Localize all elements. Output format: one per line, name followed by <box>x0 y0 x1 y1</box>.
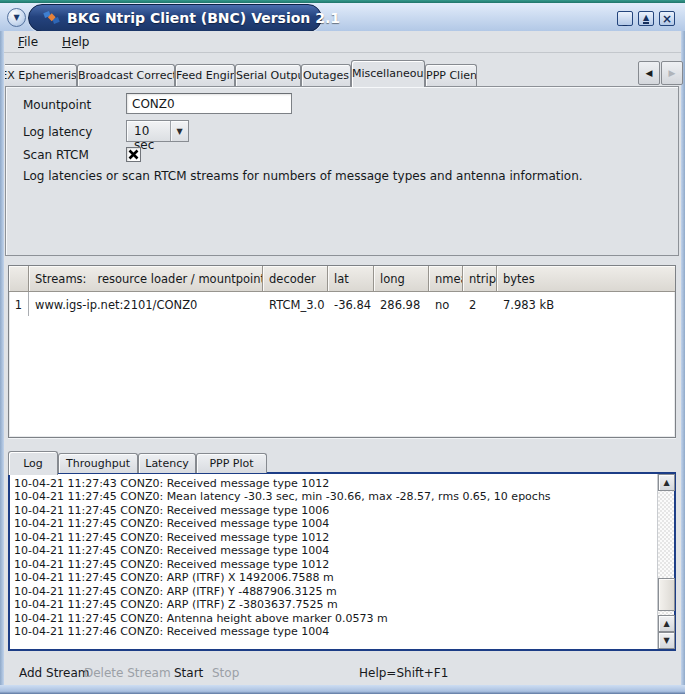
log-line: 10-04-21 11:27:45 CONZ0: ARP (ITRF) X 14… <box>14 571 652 584</box>
miscellaneous-description: Log latencies or scan RTCM streams for n… <box>23 169 663 183</box>
window-title: BKG Ntrip Client (BNC) Version 2.1 <box>67 10 340 26</box>
miscellaneous-panel: Mountpoint Log latency 10 sec ▼ Scan RTC… <box>5 86 679 256</box>
log-output[interactable]: 10-04-21 11:27:43 CONZ0: Received messag… <box>8 472 676 651</box>
cell-mountpoint[interactable]: www.igs-ip.net:2101/CONZ0 <box>29 292 263 316</box>
log-line: 10-04-21 11:27:45 CONZ0: Received messag… <box>14 531 652 544</box>
window-frame-right <box>681 30 685 694</box>
caption-buttons: _ ▲ × <box>617 11 675 26</box>
app-icon <box>43 10 60 26</box>
header-ntrip: ntrip <box>463 266 497 292</box>
scroll-up-button-bottom[interactable]: ▲ <box>658 615 675 632</box>
scan-rtcm-label: Scan RTCM <box>23 148 89 162</box>
cell-lat[interactable]: -36.84 <box>328 292 374 316</box>
tab-scroll-right-button[interactable]: ▶ <box>661 61 683 85</box>
log-line: 10-04-21 11:27:45 CONZ0: ARP (ITRF) Y -4… <box>14 585 652 598</box>
tab-scroll-right-icon: ▶ <box>669 68 676 78</box>
minimize-icon: _ <box>623 19 628 23</box>
tab-latency[interactable]: Latency <box>138 453 196 473</box>
minimize-button[interactable]: _ <box>617 11 633 26</box>
maximize-icon: ▲ <box>643 14 649 24</box>
delete-stream-button[interactable]: Delete Stream <box>84 666 171 680</box>
close-icon: × <box>662 13 672 25</box>
window-menu-button[interactable]: ▼ <box>7 8 26 27</box>
mountpoint-input[interactable] <box>126 93 292 114</box>
scroll-up-icon: ▲ <box>663 619 669 628</box>
cell-decoder[interactable]: RTCM_3.0 <box>263 292 328 316</box>
log-line: 10-04-21 11:27:45 CONZ0: Received messag… <box>14 544 652 557</box>
close-button[interactable]: × <box>659 11 675 26</box>
tab-ppp-plot[interactable]: PPP Plot <box>196 453 267 473</box>
window-frame-bottom <box>0 685 685 694</box>
tab-feed-engine[interactable]: Feed Engine <box>175 64 235 87</box>
tab-scroll-left-button[interactable]: ◀ <box>638 61 660 85</box>
maximize-button[interactable]: ▲ <box>638 11 654 26</box>
start-button[interactable]: Start <box>174 666 203 680</box>
log-line: 10-04-21 11:27:43 CONZ0: Received messag… <box>14 477 652 490</box>
window-frame-left <box>0 30 4 694</box>
cell-ntrip[interactable]: 2 <box>463 292 497 316</box>
scroll-up-button[interactable]: ▲ <box>658 474 675 491</box>
menu-file[interactable]: File <box>14 34 42 50</box>
top-tabbar: NEX EphemerisBroadcast CorrectionsFeed E… <box>5 60 637 87</box>
log-line: 10-04-21 11:27:45 CONZ0: Received messag… <box>14 558 652 571</box>
scroll-down-icon: ▼ <box>663 636 669 645</box>
bnc-window: ▼ BKG Ntrip Client (BNC) Version 2.1 _ ▲… <box>0 0 685 694</box>
chevron-down-icon: ▼ <box>170 121 188 141</box>
tab-broadcast-corrections[interactable]: Broadcast Corrections <box>77 64 175 87</box>
log-latency-value: 10 sec <box>127 121 170 141</box>
cell-long[interactable]: 286.98 <box>374 292 429 316</box>
tab-miscellaneous[interactable]: Miscellaneous <box>351 60 425 87</box>
cell-bytes[interactable]: 7.983 kB <box>497 292 675 316</box>
log-latency-label: Log latency <box>23 125 92 139</box>
header-row-number <box>9 266 29 292</box>
tab-log[interactable]: Log <box>8 451 58 475</box>
log-scrollbar[interactable]: ▲ ▲ ▼ <box>657 474 674 649</box>
tab-outages[interactable]: Outages <box>301 64 351 87</box>
menubar: File Help <box>4 31 681 53</box>
tab-serial-output[interactable]: Serial Output <box>235 64 301 87</box>
log-lines: 10-04-21 11:27:43 CONZ0: Received messag… <box>14 477 652 647</box>
tab-ppp-client[interactable]: PPP Client <box>425 64 477 87</box>
bottom-tabbar: LogThroughputLatencyPPP Plot <box>8 450 267 474</box>
scroll-up-icon: ▲ <box>663 478 669 487</box>
scan-rtcm-checkbox[interactable] <box>126 147 141 162</box>
menu-help[interactable]: Help <box>58 34 93 50</box>
log-line: 10-04-21 11:27:46 CONZ0: Received messag… <box>14 625 652 638</box>
header-bytes: bytes <box>497 266 675 292</box>
tab-rinex-ephemeris[interactable]: NEX Ephemeris <box>5 64 77 87</box>
action-bar: Add Stream Delete Stream Start Stop Help… <box>4 662 681 685</box>
scroll-down-button[interactable]: ▼ <box>658 632 675 649</box>
log-line: 10-04-21 11:27:45 CONZ0: ARP (ITRF) Z -3… <box>14 598 652 611</box>
tab-throughput[interactable]: Throughput <box>58 453 138 473</box>
header-lat: lat <box>328 266 374 292</box>
add-stream-button[interactable]: Add Stream <box>19 666 89 680</box>
log-line: 10-04-21 11:27:45 CONZ0: Antenna height … <box>14 612 652 625</box>
titlebar[interactable]: ▼ BKG Ntrip Client (BNC) Version 2.1 _ ▲… <box>0 3 685 31</box>
header-long: long <box>374 266 429 292</box>
window-menu-arrow-icon: ▼ <box>13 14 19 22</box>
header-streams-mountpoint: Streams: resource loader / mountpoint <box>29 266 263 292</box>
header-nmea: nmea <box>429 266 463 292</box>
row-number: 1 <box>9 292 29 316</box>
log-line: 10-04-21 11:27:45 CONZ0: Mean latency -3… <box>14 490 652 503</box>
table-row[interactable]: 1 www.igs-ip.net:2101/CONZ0 RTCM_3.0 -36… <box>9 292 675 316</box>
tab-scroll-left-icon: ◀ <box>646 68 653 78</box>
log-latency-select[interactable]: 10 sec ▼ <box>126 120 189 142</box>
stop-button[interactable]: Stop <box>212 666 239 680</box>
checkmark-cross-icon <box>128 149 139 160</box>
log-line: 10-04-21 11:27:45 CONZ0: Received messag… <box>14 504 652 517</box>
log-line: 10-04-21 11:27:45 CONZ0: Received messag… <box>14 517 652 530</box>
title-capsule: BKG Ntrip Client (BNC) Version 2.1 <box>28 4 322 32</box>
streams-table: Streams: resource loader / mountpoint de… <box>8 265 676 438</box>
scrollbar-thumb[interactable] <box>658 578 675 611</box>
help-hint-label: Help=Shift+F1 <box>359 666 448 680</box>
mountpoint-label: Mountpoint <box>23 98 91 112</box>
streams-table-header: Streams: resource loader / mountpoint de… <box>9 266 675 292</box>
header-decoder: decoder <box>263 266 328 292</box>
cell-nmea[interactable]: no <box>429 292 463 316</box>
